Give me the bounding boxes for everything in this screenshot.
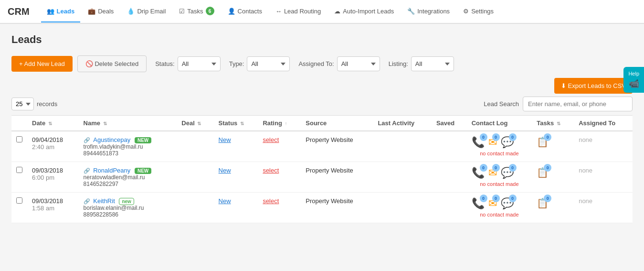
col-status[interactable]: Status ⇅ (214, 116, 258, 131)
main-content: Leads + Add New Lead 🚫 Delete Selected S… (0, 24, 644, 233)
row-saved-2 (432, 193, 467, 223)
row-tasks-1[interactable]: 0 📋 (532, 162, 574, 193)
nav-label-settings: Settings (471, 8, 494, 15)
ext-link-icon: 🔗 (84, 168, 90, 173)
lead-checkbox-1[interactable] (16, 167, 22, 173)
tasks-wrap-2[interactable]: 0 📋 (537, 197, 549, 209)
lead-date: 09/04/2018 (32, 136, 63, 143)
lead-email-1: neratovwladlen@mail.ru (84, 174, 172, 181)
nav-item-integrations[interactable]: 🔧 Integrations (401, 1, 455, 22)
listing-filter-select[interactable]: All (411, 56, 454, 71)
lead-rating-1[interactable]: select (263, 167, 279, 174)
col-date[interactable]: Date ⇅ (27, 116, 79, 131)
row-rating-0[interactable]: select (258, 131, 301, 162)
nav-item-tasks[interactable]: ☑ Tasks 6 (173, 0, 220, 23)
chat-contact-wrap-0[interactable]: 0 💬 (501, 136, 514, 149)
row-tasks-2[interactable]: 0 📋 (532, 193, 574, 223)
lead-phone-2: 88958228586 (84, 211, 172, 218)
lead-rating-2[interactable]: select (263, 197, 279, 205)
lead-phone-0: 89444651873 (84, 150, 172, 157)
nav-item-leads[interactable]: 👥 Leads (41, 1, 81, 22)
lead-status-link-0[interactable]: New (219, 136, 231, 143)
row-status-0[interactable]: New (214, 131, 258, 162)
row-source-1: Property Website (301, 162, 373, 193)
lead-name-link-2[interactable]: KeithRit (93, 197, 115, 205)
row-last-activity-1 (373, 162, 431, 193)
row-rating-2[interactable]: select (258, 193, 301, 223)
col-source: Source (301, 116, 373, 131)
no-contact-text-1: no contact made (472, 181, 528, 187)
lead-search-input[interactable] (523, 97, 633, 111)
row-checkbox-0[interactable] (11, 131, 27, 162)
lead-status-link-2[interactable]: New (219, 197, 231, 205)
col-saved: Saved (432, 116, 467, 131)
type-filter-select[interactable]: All (247, 56, 290, 71)
nav-item-lead-routing[interactable]: ↔ Lead Routing (270, 1, 327, 22)
nav-label-auto-import: Auto-Import Leads (343, 8, 394, 15)
type-filter-label: Type: (229, 60, 244, 67)
no-contact-text-0: no contact made (472, 151, 528, 156)
status-filter-select[interactable]: All (178, 56, 221, 71)
row-checkbox-2[interactable] (11, 193, 27, 223)
ext-link-icon: 🔗 (84, 137, 90, 143)
col-deal[interactable]: Deal ⇅ (177, 116, 213, 131)
table-header-row: Date ⇅ Name ⇅ Deal ⇅ Status ⇅ Rating ↑ S… (11, 116, 633, 131)
delete-selected-button[interactable]: 🚫 Delete Selected (77, 55, 147, 72)
nav-item-settings[interactable]: ⚙ Settings (457, 1, 499, 22)
row-tasks-0[interactable]: 0 📋 (532, 131, 574, 162)
tasks-count-2: 0 (544, 195, 551, 202)
nav-item-contacts[interactable]: 👤 Contacts (222, 1, 268, 22)
email-contact-wrap-0[interactable]: 0 ✉ (488, 136, 497, 149)
row-status-2[interactable]: New (214, 193, 258, 223)
chat-count-0: 0 (509, 133, 517, 141)
nav-item-deals[interactable]: 💼 Deals (82, 1, 119, 22)
per-page-select[interactable]: 25 (11, 98, 34, 110)
email-contact-wrap-1[interactable]: 0 ✉ (488, 167, 497, 179)
tasks-wrap-0[interactable]: 0 📋 (537, 136, 549, 148)
phone-contact-wrap-1[interactable]: 0 📞 (472, 167, 485, 179)
toolbar: + Add New Lead 🚫 Delete Selected Status:… (11, 55, 633, 72)
phone-contact-wrap-0[interactable]: 0 📞 (472, 136, 485, 149)
nav-item-auto-import[interactable]: ☁ Auto-Import Leads (328, 1, 400, 22)
export-csv-button[interactable]: ⬇ Export Leads to CSV (554, 78, 633, 94)
listing-filter-label: Listing: (389, 60, 408, 67)
assigned-filter-select[interactable]: All (337, 56, 380, 71)
nav-item-drip-email[interactable]: 💧 Drip Email (121, 1, 171, 22)
add-new-lead-button[interactable]: + Add New Lead (11, 56, 73, 72)
tasks-wrap-1[interactable]: 0 📋 (537, 167, 549, 178)
row-source-2: Property Website (301, 193, 373, 223)
col-tasks[interactable]: Tasks ⇅ (532, 116, 574, 131)
col-name[interactable]: Name ⇅ (79, 116, 177, 131)
help-button[interactable]: Help 📹 (623, 67, 644, 93)
email-contact-wrap-2[interactable]: 0 ✉ (488, 197, 497, 210)
lead-name-link-1[interactable]: RonaldPeany (93, 167, 130, 174)
table-row: 09/04/2018 2:40 am 🔗 Agustincepay NEW tr… (11, 131, 633, 162)
nav-label-integrations: Integrations (417, 8, 450, 15)
row-status-1[interactable]: New (214, 162, 258, 193)
row-rating-1[interactable]: select (258, 162, 301, 193)
assigned-filter-label: Assigned To: (298, 60, 334, 67)
row-date-1: 09/03/2018 6:00 pm (27, 162, 79, 193)
col-rating[interactable]: Rating ↑ (258, 116, 301, 131)
row-name-0: 🔗 Agustincepay NEW trofim.vladykin@mail.… (79, 131, 177, 162)
row-deal-1 (177, 162, 213, 193)
lead-date: 09/03/2018 (32, 197, 63, 205)
lead-rating-0[interactable]: select (263, 136, 279, 143)
phone-count-1: 0 (480, 164, 487, 172)
lead-name-link-0[interactable]: Agustincepay (93, 136, 130, 143)
chat-contact-wrap-2[interactable]: 0 💬 (501, 197, 514, 210)
nav-label-contacts: Contacts (238, 8, 262, 15)
lead-email-0: trofim.vladykin@mail.ru (84, 143, 172, 150)
row-last-activity-0 (373, 131, 431, 162)
phone-contact-wrap-2[interactable]: 0 📞 (472, 197, 485, 210)
lead-checkbox-2[interactable] (16, 197, 22, 204)
auto-import-icon: ☁ (334, 8, 340, 15)
chat-contact-wrap-1[interactable]: 0 💬 (501, 167, 514, 179)
lead-checkbox-0[interactable] (16, 136, 22, 142)
lead-status-link-1[interactable]: New (219, 167, 231, 174)
chat-count-1: 0 (509, 164, 517, 172)
drip-icon: 💧 (127, 8, 135, 15)
row-name-1: 🔗 RonaldPeany NEW neratovwladlen@mail.ru… (79, 162, 177, 193)
chat-count-2: 0 (509, 195, 517, 202)
row-checkbox-1[interactable] (11, 162, 27, 193)
